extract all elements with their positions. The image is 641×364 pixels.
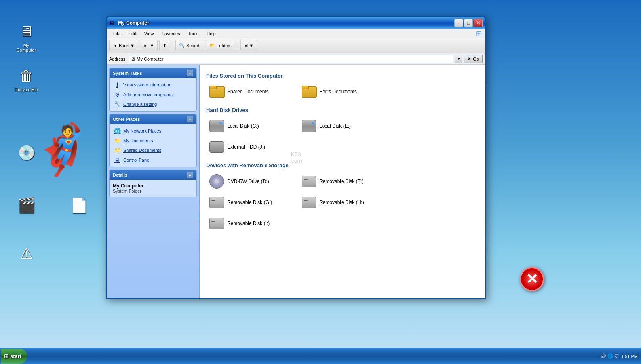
sidebar-link-shared-documents[interactable]: 📁 Shared Documents (112, 146, 194, 155)
menu-favorites[interactable]: Favorites (158, 30, 183, 37)
details-collapse[interactable]: ▲ (187, 172, 193, 178)
sidebar-link-change-setting[interactable]: 🔧 Change a setting (112, 100, 194, 109)
address-input[interactable]: 🖥 My Computer (129, 55, 453, 63)
desktop-icon-recyclebin[interactable]: 🗑 Recycle Bin (12, 65, 40, 94)
menu-edit[interactable]: Edit (125, 30, 139, 37)
network-places-label: My Network Places (123, 128, 161, 133)
other-places-content: 🌐 My Network Places 📁 My Documents 📁 Sha… (110, 124, 196, 167)
go-arrow-icon: ➤ (468, 56, 471, 61)
back-label: Back (119, 43, 129, 48)
sidebar-section-system-tasks: System Tasks ▲ ℹ View system information… (109, 68, 197, 112)
files-stored-grid: Shared Documents Edit's Documents (206, 83, 479, 101)
go-button[interactable]: ➤ Go (464, 55, 483, 63)
titlebar-icon: 🖥 (109, 20, 116, 26)
sidebar-link-my-documents[interactable]: 📁 My Documents (112, 136, 194, 145)
details-name: My Computer (113, 183, 193, 189)
minimize-button[interactable]: ─ (454, 19, 463, 27)
window-body: System Tasks ▲ ℹ View system information… (107, 65, 485, 298)
edits-documents-label: Edit's Documents (319, 89, 357, 95)
my-computer-window: 🖥 My Computer ─ □ ✕ File Edit View Favor… (106, 16, 486, 299)
search-label: Search (186, 43, 200, 48)
sidebar-link-view-system[interactable]: ℹ View system information (112, 80, 194, 89)
list-item[interactable]: Removable Disk (F:) (298, 173, 387, 190)
desktop-icon-video[interactable]: 🎬 (12, 194, 40, 218)
desktop-icon-mycomputer[interactable]: 🖥 My Computer (12, 20, 40, 54)
removable-h-label: Removable Disk (H:) (319, 200, 364, 205)
maximize-button[interactable]: □ (464, 19, 473, 27)
desktop-icon-document[interactable]: 📄 (65, 194, 93, 218)
shared-documents-item-label: Shared Documents (227, 89, 269, 95)
sidebar-link-control-panel[interactable]: 🖥 Control Panel (112, 156, 194, 164)
menu-file[interactable]: File (110, 30, 124, 37)
desktop-icon-warning[interactable]: ⚠ (12, 242, 40, 267)
taskbar-right: 🔊 🌐 🛡 1:51 PM (601, 353, 641, 359)
my-documents-label: My Documents (123, 138, 153, 143)
start-button[interactable]: ⊞ start (1, 349, 27, 364)
address-dropdown[interactable]: ▼ (455, 55, 462, 63)
system-tasks-content: ℹ View system information ⚙ Add or remov… (110, 78, 196, 111)
view-system-icon: ℹ (114, 81, 121, 88)
view-system-label: View system information (123, 82, 171, 87)
sidebar-link-add-remove[interactable]: ⚙ Add or remove programs (112, 90, 194, 99)
details-header[interactable]: Details ▲ (110, 170, 196, 180)
my-documents-icon: 📁 (114, 137, 121, 144)
warning-icon: ⚠ (17, 244, 36, 263)
removable-storage-grid: DVD-RW Drive (D:) Removable Disk (F:) Re… (206, 173, 479, 232)
forward-icon: ► (143, 43, 148, 48)
hdd-c-icon (209, 119, 224, 133)
sidebar-section-other-places: Other Places ▲ 🌐 My Network Places 📁 My … (109, 114, 197, 167)
list-item[interactable]: DVD-RW Drive (D:) (206, 173, 295, 190)
shared-documents-icon: 📁 (114, 147, 121, 154)
network-places-icon: 🌐 (114, 127, 121, 135)
back-dropdown-icon: ▼ (130, 43, 135, 48)
menu-view[interactable]: View (141, 30, 157, 37)
other-places-title: Other Places (113, 117, 140, 122)
menu-tools[interactable]: Tools (185, 30, 202, 37)
files-stored-header: Files Stored on This Computer (206, 73, 479, 79)
list-item[interactable]: Removable Disk (H:) (298, 194, 387, 211)
up-icon: ⬆ (163, 43, 167, 48)
control-panel-icon: 🖥 (114, 156, 121, 164)
menu-help[interactable]: Help (203, 30, 219, 37)
search-button[interactable]: 🔍 Search (175, 40, 204, 51)
control-panel-label: Control Panel (123, 158, 150, 162)
video-icon: 🎬 (17, 196, 36, 215)
list-item[interactable]: Local Disk (C:) (206, 117, 295, 135)
views-button[interactable]: ⊞ ▼ (240, 40, 257, 51)
back-button[interactable]: ◄ Back ▼ (109, 40, 138, 51)
system-tasks-collapse[interactable]: ▲ (187, 70, 193, 76)
folder-icon (209, 84, 224, 99)
taskbar-icons: 🔊 🌐 🛡 (601, 353, 619, 359)
other-places-collapse[interactable]: ▲ (187, 116, 193, 122)
removable-f-label: Removable Disk (F:) (319, 179, 363, 184)
list-item[interactable]: Removable Disk (G:) (206, 194, 295, 211)
desktop-icon-media[interactable]: 💿 (12, 141, 40, 166)
toolbar: ◄ Back ▼ ► ▼ ⬆ 🔍 Search 📂 Folders (107, 38, 485, 53)
list-item[interactable]: Shared Documents (206, 83, 295, 101)
system-tasks-title: System Tasks (113, 71, 142, 76)
removable-i-icon (209, 216, 224, 231)
back-icon: ◄ (113, 43, 117, 48)
forward-button[interactable]: ► ▼ (140, 40, 158, 51)
document-icon: 📄 (69, 196, 89, 215)
search-icon: 🔍 (179, 43, 185, 48)
system-tasks-header[interactable]: System Tasks ▲ (110, 68, 196, 78)
list-item[interactable]: Removable Disk (I:) (206, 215, 295, 232)
list-item[interactable]: Edit's Documents (298, 83, 387, 101)
removable-i-label: Removable Disk (I:) (227, 221, 270, 226)
list-item[interactable]: Local Disk (E:) (298, 117, 387, 135)
sidebar-link-network-places[interactable]: 🌐 My Network Places (112, 126, 194, 135)
main-content: Files Stored on This Computer Shared Doc… (200, 65, 485, 298)
toolbar-separator-2 (238, 41, 238, 50)
other-places-header[interactable]: Other Places ▲ (110, 114, 196, 124)
close-x-button[interactable]: ✕ (520, 267, 544, 291)
desktop-character: 🦸 (32, 121, 93, 178)
list-item[interactable]: External HDD (J:) (206, 138, 295, 156)
folders-button[interactable]: 📂 Folders (206, 40, 235, 51)
local-disk-e-label: Local Disk (E:) (319, 123, 351, 129)
close-button[interactable]: ✕ (474, 19, 483, 27)
windows-logo: ⊞ (476, 29, 482, 38)
up-button[interactable]: ⬆ (159, 40, 170, 51)
windows-start-icon: ⊞ (4, 353, 8, 359)
removable-g-label: Removable Disk (G:) (227, 200, 272, 205)
